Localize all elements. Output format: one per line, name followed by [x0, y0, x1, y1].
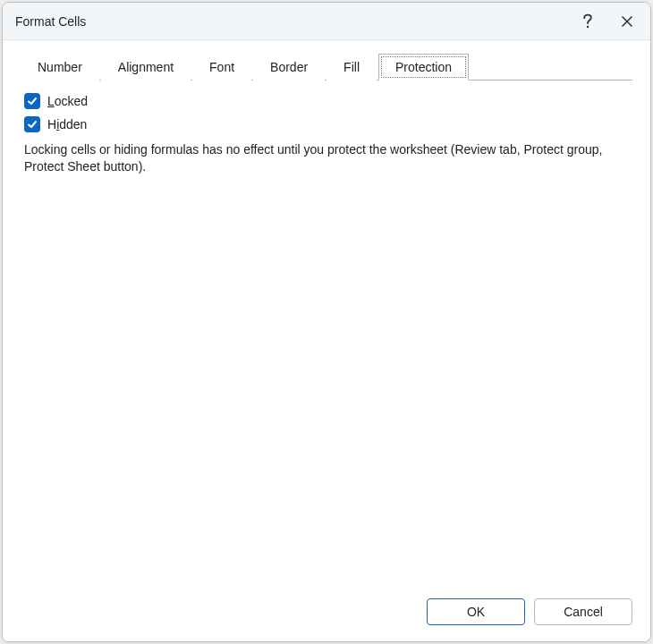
close-icon: [621, 15, 633, 28]
tab-font[interactable]: Font: [192, 54, 251, 80]
tab-fill[interactable]: Fill: [326, 54, 377, 80]
tab-strip: Number Alignment Font Border Fill Protec…: [3, 40, 650, 80]
help-button[interactable]: [568, 3, 607, 40]
tab-number[interactable]: Number: [21, 54, 99, 80]
tab-border[interactable]: Border: [253, 54, 325, 80]
format-cells-dialog: Format Cells Number Alignment Font Borde…: [2, 2, 651, 642]
ok-button[interactable]: OK: [427, 598, 525, 625]
checkbox-checked-icon: [24, 116, 40, 132]
help-icon: [581, 13, 594, 30]
checkbox-checked-icon: [24, 93, 40, 109]
hidden-checkbox[interactable]: Hidden: [24, 116, 629, 132]
dialog-footer: OK Cancel: [3, 586, 650, 641]
svg-point-0: [587, 25, 589, 27]
dialog-title: Format Cells: [15, 14, 568, 29]
tab-content-protection: Locked Hidden Locking cells or hiding fo…: [3, 80, 650, 586]
locked-label: Locked: [47, 93, 88, 109]
tab-protection[interactable]: Protection: [378, 54, 469, 80]
protection-info-text: Locking cells or hiding formulas has no …: [24, 141, 623, 175]
hidden-label: Hidden: [47, 116, 87, 132]
titlebar: Format Cells: [3, 3, 650, 40]
tab-alignment[interactable]: Alignment: [101, 54, 191, 80]
close-button[interactable]: [607, 3, 647, 40]
cancel-button[interactable]: Cancel: [534, 598, 632, 625]
locked-checkbox[interactable]: Locked: [24, 93, 629, 109]
